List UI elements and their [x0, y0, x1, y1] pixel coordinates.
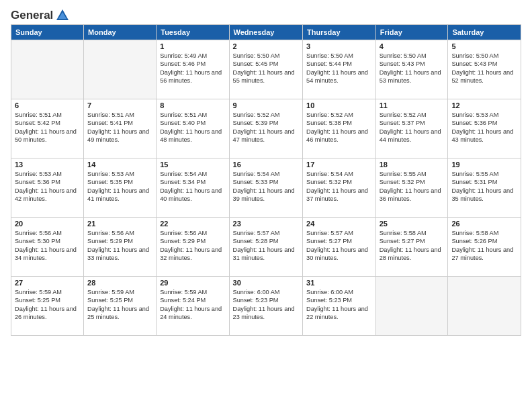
day-info: Sunrise: 5:55 AM Sunset: 5:32 PM Dayligh… — [380, 170, 445, 203]
weekday-header-friday: Friday — [375, 25, 448, 40]
calendar-cell: 16Sunrise: 5:54 AM Sunset: 5:33 PM Dayli… — [229, 158, 302, 218]
calendar-cell: 8Sunrise: 5:51 AM Sunset: 5:40 PM Daylig… — [157, 99, 229, 158]
day-number: 30 — [233, 279, 299, 287]
day-info: Sunrise: 5:50 AM Sunset: 5:44 PM Dayligh… — [306, 52, 372, 85]
day-info: Sunrise: 5:51 AM Sunset: 5:42 PM Dayligh… — [15, 111, 80, 144]
day-number: 24 — [306, 220, 372, 228]
day-info: Sunrise: 5:58 AM Sunset: 5:26 PM Dayligh… — [451, 229, 517, 263]
calendar-cell: 21Sunrise: 5:56 AM Sunset: 5:29 PM Dayli… — [84, 218, 157, 277]
calendar-cell: 10Sunrise: 5:52 AM Sunset: 5:38 PM Dayli… — [303, 99, 376, 158]
calendar-cell: 23Sunrise: 5:57 AM Sunset: 5:28 PM Dayli… — [229, 218, 302, 277]
logo-text-general: General — [11, 9, 53, 22]
calendar-week-3: 13Sunrise: 5:53 AM Sunset: 5:36 PM Dayli… — [11, 158, 521, 218]
day-number: 29 — [160, 279, 225, 287]
calendar-cell: 30Sunrise: 6:00 AM Sunset: 5:23 PM Dayli… — [229, 277, 302, 336]
calendar-cell: 20Sunrise: 5:56 AM Sunset: 5:30 PM Dayli… — [11, 218, 84, 277]
day-info: Sunrise: 5:57 AM Sunset: 5:27 PM Dayligh… — [306, 229, 372, 263]
day-number: 25 — [380, 220, 445, 228]
logo: General — [11, 8, 70, 20]
calendar-cell: 3Sunrise: 5:50 AM Sunset: 5:44 PM Daylig… — [303, 40, 376, 99]
day-info: Sunrise: 5:56 AM Sunset: 5:29 PM Dayligh… — [87, 229, 152, 263]
weekday-header-thursday: Thursday — [303, 25, 376, 40]
day-number: 22 — [160, 220, 225, 228]
day-number: 26 — [451, 220, 517, 228]
weekday-header-row: SundayMondayTuesdayWednesdayThursdayFrid… — [11, 25, 521, 40]
day-info: Sunrise: 5:51 AM Sunset: 5:41 PM Dayligh… — [87, 111, 152, 144]
day-number: 18 — [380, 161, 445, 169]
calendar-week-4: 20Sunrise: 5:56 AM Sunset: 5:30 PM Dayli… — [11, 218, 521, 277]
page: General SundayMondayTuesdayWednesdayThur… — [0, 0, 532, 411]
day-info: Sunrise: 5:57 AM Sunset: 5:28 PM Dayligh… — [233, 229, 299, 263]
day-number: 23 — [233, 220, 299, 228]
day-number: 1 — [160, 42, 225, 50]
day-info: Sunrise: 5:54 AM Sunset: 5:32 PM Dayligh… — [306, 170, 372, 203]
calendar-week-5: 27Sunrise: 5:59 AM Sunset: 5:25 PM Dayli… — [11, 277, 521, 336]
day-info: Sunrise: 5:59 AM Sunset: 5:25 PM Dayligh… — [87, 288, 152, 322]
day-info: Sunrise: 5:54 AM Sunset: 5:34 PM Dayligh… — [160, 170, 225, 203]
day-number: 2 — [233, 42, 299, 50]
calendar-cell: 28Sunrise: 5:59 AM Sunset: 5:25 PM Dayli… — [84, 277, 157, 336]
day-number: 3 — [306, 42, 372, 50]
day-number: 13 — [15, 161, 80, 169]
day-number: 21 — [87, 220, 152, 228]
calendar-cell: 27Sunrise: 5:59 AM Sunset: 5:25 PM Dayli… — [11, 277, 84, 336]
day-number: 31 — [306, 279, 372, 287]
day-info: Sunrise: 5:54 AM Sunset: 5:33 PM Dayligh… — [233, 170, 299, 203]
calendar-cell: 1Sunrise: 5:49 AM Sunset: 5:46 PM Daylig… — [157, 40, 229, 99]
day-number: 7 — [87, 101, 152, 109]
calendar-week-2: 6Sunrise: 5:51 AM Sunset: 5:42 PM Daylig… — [11, 99, 521, 158]
calendar-cell: 14Sunrise: 5:53 AM Sunset: 5:35 PM Dayli… — [84, 158, 157, 218]
day-info: Sunrise: 5:56 AM Sunset: 5:30 PM Dayligh… — [15, 229, 80, 263]
calendar-cell: 26Sunrise: 5:58 AM Sunset: 5:26 PM Dayli… — [448, 218, 521, 277]
day-info: Sunrise: 5:53 AM Sunset: 5:35 PM Dayligh… — [87, 170, 152, 203]
day-number: 6 — [15, 101, 80, 109]
calendar-cell: 18Sunrise: 5:55 AM Sunset: 5:32 PM Dayli… — [375, 158, 448, 218]
weekday-header-tuesday: Tuesday — [157, 25, 229, 40]
calendar-cell: 17Sunrise: 5:54 AM Sunset: 5:32 PM Dayli… — [303, 158, 376, 218]
day-info: Sunrise: 6:00 AM Sunset: 5:23 PM Dayligh… — [306, 288, 372, 322]
calendar-cell: 25Sunrise: 5:58 AM Sunset: 5:27 PM Dayli… — [375, 218, 448, 277]
day-info: Sunrise: 5:58 AM Sunset: 5:27 PM Dayligh… — [380, 229, 445, 263]
calendar-table: SundayMondayTuesdayWednesdayThursdayFrid… — [11, 24, 521, 336]
calendar-cell: 6Sunrise: 5:51 AM Sunset: 5:42 PM Daylig… — [11, 99, 84, 158]
calendar-cell: 7Sunrise: 5:51 AM Sunset: 5:41 PM Daylig… — [84, 99, 157, 158]
day-number: 27 — [15, 279, 80, 287]
weekday-header-monday: Monday — [84, 25, 157, 40]
day-number: 16 — [233, 161, 299, 169]
day-number: 17 — [306, 161, 372, 169]
calendar-cell: 5Sunrise: 5:50 AM Sunset: 5:43 PM Daylig… — [448, 40, 521, 99]
day-info: Sunrise: 5:51 AM Sunset: 5:40 PM Dayligh… — [160, 111, 225, 144]
calendar-cell: 29Sunrise: 5:59 AM Sunset: 5:24 PM Dayli… — [157, 277, 229, 336]
day-info: Sunrise: 5:50 AM Sunset: 5:43 PM Dayligh… — [451, 52, 517, 85]
calendar-cell: 31Sunrise: 6:00 AM Sunset: 5:23 PM Dayli… — [303, 277, 376, 336]
calendar-cell: 24Sunrise: 5:57 AM Sunset: 5:27 PM Dayli… — [303, 218, 376, 277]
day-info: Sunrise: 5:59 AM Sunset: 5:24 PM Dayligh… — [160, 288, 225, 322]
calendar-cell: 11Sunrise: 5:52 AM Sunset: 5:37 PM Dayli… — [375, 99, 448, 158]
calendar-cell: 12Sunrise: 5:53 AM Sunset: 5:36 PM Dayli… — [448, 99, 521, 158]
weekday-header-sunday: Sunday — [11, 25, 84, 40]
day-number: 4 — [380, 42, 445, 50]
day-info: Sunrise: 5:52 AM Sunset: 5:39 PM Dayligh… — [233, 111, 299, 144]
calendar-week-1: 1Sunrise: 5:49 AM Sunset: 5:46 PM Daylig… — [11, 40, 521, 99]
day-info: Sunrise: 5:53 AM Sunset: 5:36 PM Dayligh… — [15, 170, 80, 203]
day-info: Sunrise: 5:56 AM Sunset: 5:29 PM Dayligh… — [160, 229, 225, 263]
day-number: 14 — [87, 161, 152, 169]
weekday-header-wednesday: Wednesday — [229, 25, 302, 40]
day-info: Sunrise: 5:49 AM Sunset: 5:46 PM Dayligh… — [160, 52, 225, 85]
calendar-cell — [84, 40, 157, 99]
calendar-cell: 4Sunrise: 5:50 AM Sunset: 5:43 PM Daylig… — [375, 40, 448, 99]
day-info: Sunrise: 6:00 AM Sunset: 5:23 PM Dayligh… — [233, 288, 299, 322]
day-number: 11 — [380, 101, 445, 109]
calendar-cell: 22Sunrise: 5:56 AM Sunset: 5:29 PM Dayli… — [157, 218, 229, 277]
header: General — [0, 0, 532, 24]
day-number: 5 — [451, 42, 517, 50]
day-info: Sunrise: 5:59 AM Sunset: 5:25 PM Dayligh… — [15, 288, 80, 322]
day-info: Sunrise: 5:50 AM Sunset: 5:43 PM Dayligh… — [380, 52, 445, 85]
calendar-cell: 15Sunrise: 5:54 AM Sunset: 5:34 PM Dayli… — [157, 158, 229, 218]
calendar-cell: 2Sunrise: 5:50 AM Sunset: 5:45 PM Daylig… — [229, 40, 302, 99]
weekday-header-saturday: Saturday — [448, 25, 521, 40]
calendar-cell — [11, 40, 84, 99]
day-number: 9 — [233, 101, 299, 109]
day-number: 20 — [15, 220, 80, 228]
day-number: 10 — [306, 101, 372, 109]
